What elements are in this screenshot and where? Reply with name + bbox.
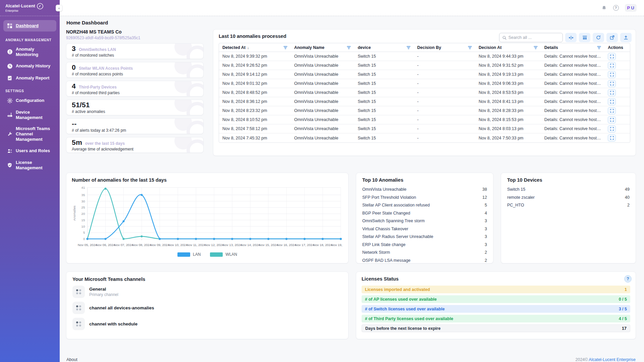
column-header-anomaly-name[interactable]: Anomaly Name <box>291 45 355 50</box>
sidebar-item-license-management[interactable]: License Management <box>3 157 56 173</box>
cell-device: Switch 15 <box>354 99 414 104</box>
expand-details-button[interactable] <box>608 62 616 69</box>
about-link[interactable]: About <box>66 357 77 362</box>
cell-detected-at: Nov 8, 2024 9:39:32 pm <box>219 54 291 59</box>
expand-details-button[interactable] <box>608 53 616 60</box>
column-header-decision-by[interactable]: Decision By <box>414 45 475 50</box>
cell-details: Details: Cannot resolve host addresss ..… <box>541 108 604 113</box>
table-row[interactable]: Nov 8, 2024 8:36:12 pm OmniVista Unreach… <box>219 97 630 106</box>
table-row[interactable]: Nov 8, 2024 8:48:52 pm OmniVista Unreach… <box>219 88 630 97</box>
sidebar-item-dashboard[interactable]: Dashboard <box>3 20 56 32</box>
filter-icon[interactable] <box>407 46 411 49</box>
anomaly-count: 38 <box>482 187 487 192</box>
channel-item[interactable]: General Primary channel <box>72 286 342 298</box>
table-row[interactable]: Nov 8, 2024 9:01:32 pm OmniVista Unreach… <box>219 79 630 88</box>
column-header-device[interactable]: device <box>354 45 414 50</box>
sidebar-item-label: Anomaly Monitoring <box>16 47 53 57</box>
sidebar-item-label: Microsoft Teams Channel Management <box>16 126 53 142</box>
licenses-help-button[interactable]: ? <box>624 275 632 283</box>
cell-device: Switch 15 <box>354 81 414 86</box>
svg-text:41: 41 <box>82 186 85 189</box>
expand-icon <box>610 109 614 113</box>
table-row[interactable]: Nov 8, 2024 7:58:12 pm OmniVista Unreach… <box>219 124 630 133</box>
legend-item[interactable]: WLAN <box>210 252 237 257</box>
expand-details-button[interactable] <box>608 89 616 96</box>
anomaly-count: 12 <box>482 195 487 200</box>
upload-button[interactable] <box>620 33 632 42</box>
copyright-year: 2024© <box>576 357 588 362</box>
stat-sub: Average time of acknowledgement <box>72 147 198 152</box>
open-in-new-button[interactable] <box>606 33 618 42</box>
clock-icon <box>7 63 13 69</box>
stat-value: 5m <box>72 138 82 146</box>
help-icon[interactable]: ? <box>613 5 619 11</box>
legend-item[interactable]: LAN <box>177 252 201 257</box>
cell-anomaly-name: OmniVista Unreachable <box>291 54 355 59</box>
topbar: ? P U <box>60 0 644 16</box>
svg-text:Nov 16, 2024: Nov 16, 2024 <box>277 243 296 247</box>
sidebar-item-anomaly-monitoring[interactable]: Anomaly Monitoring <box>3 44 56 60</box>
expand-details-button[interactable] <box>608 107 616 114</box>
user-avatar[interactable]: P U <box>625 4 637 12</box>
svg-text:Nov 10, 2024: Nov 10, 2024 <box>168 243 187 247</box>
cell-device: Switch 15 <box>354 108 414 113</box>
cell-anomaly-name: OmniVista Unreachable <box>291 108 355 113</box>
expand-details-button[interactable] <box>608 125 616 132</box>
filter-icon[interactable] <box>468 46 472 49</box>
copyright: 2024© Alcatel-Lucent Enterprise <box>576 357 636 362</box>
cell-decision-at: Nov 8, 2024 8:15:53 pm <box>475 117 541 122</box>
sidebar-item-users-and-roles[interactable]: Users and Roles <box>3 145 56 157</box>
license-label: Days before the next license to expire <box>365 326 440 331</box>
company-link[interactable]: Alcatel-Lucent Enterprise <box>589 357 636 362</box>
sidebar-collapse-button[interactable] <box>56 5 62 11</box>
column-header-decision-at[interactable]: Decision At <box>475 45 541 50</box>
sidebar-item-device-management[interactable]: Device Management <box>3 107 56 123</box>
table-row[interactable]: Nov 8, 2024 8:23:32 pm OmniVista Unreach… <box>219 106 630 115</box>
expand-details-button[interactable] <box>608 116 616 123</box>
cell-decision-by: - <box>414 108 475 113</box>
sidebar-item-anomaly-history[interactable]: Anomaly History <box>3 60 56 72</box>
sidebar-item-configuration[interactable]: Configuration <box>3 95 56 106</box>
cell-details: Details: Cannot resolve host addresss ..… <box>541 63 604 68</box>
channel-item[interactable]: channel with schedule <box>72 318 342 330</box>
expand-details-button[interactable] <box>608 80 616 87</box>
columns-button[interactable] <box>579 33 590 42</box>
device-icon <box>7 112 13 118</box>
license-row: # of Switch licenses used over available… <box>362 305 630 313</box>
svg-text:Nov 19, 2024: Nov 19, 2024 <box>331 243 343 247</box>
svg-text:Nov 14, 2024: Nov 14, 2024 <box>240 243 260 247</box>
fit-columns-button[interactable] <box>565 33 577 42</box>
table-row[interactable]: Nov 8, 2024 9:39:32 pm OmniVista Unreach… <box>219 52 630 61</box>
stat-card-switches: 3OmniSwitches LAN # of monitored switche… <box>66 43 204 59</box>
legend-label: WLAN <box>225 252 237 257</box>
table-row[interactable]: Nov 8, 2024 9:26:52 pm OmniVista Unreach… <box>219 61 630 70</box>
sidebar-item-anomaly-report[interactable]: Anomaly Report <box>3 72 56 84</box>
table-row[interactable]: Nov 8, 2024 8:10:52 pm OmniVista Unreach… <box>219 115 630 124</box>
filter-icon[interactable] <box>347 46 351 49</box>
table-row[interactable]: Nov 8, 2024 7:45:32 pm OmniVista Unreach… <box>219 133 630 142</box>
expand-details-button[interactable] <box>608 98 616 105</box>
expand-details-button[interactable] <box>608 134 616 141</box>
sidebar-item-teams-channel-management[interactable]: Microsoft Teams Channel Management <box>3 123 56 144</box>
cell-device: Switch 15 <box>354 117 414 122</box>
filter-icon[interactable] <box>283 46 287 49</box>
table-row[interactable]: Nov 8, 2024 9:14:12 pm OmniVista Unreach… <box>219 70 630 79</box>
svg-text:25: 25 <box>82 205 85 209</box>
search-input[interactable] <box>508 35 559 40</box>
top-anomalies-card: Top 10 Anomalies OmniVista Unreachable 3… <box>356 173 493 263</box>
column-header-details[interactable]: Details <box>541 45 604 50</box>
cell-details: Details: Cannot resolve host addresss ..… <box>541 90 604 95</box>
column-header-detected-at[interactable]: Detected At <box>219 45 291 50</box>
table-header-row: Detected At Anomaly Name device Decision… <box>219 43 630 52</box>
stat-card-ack-time: 5mover the last 15 days Average time of … <box>66 137 204 153</box>
cell-decision-by: - <box>414 99 475 104</box>
channel-item[interactable]: channel all devices-anomalies <box>72 302 342 314</box>
notifications-bell-icon[interactable] <box>601 5 607 11</box>
filter-icon[interactable] <box>597 46 601 49</box>
svg-text:Nov 09, 2024: Nov 09, 2024 <box>150 243 169 247</box>
filter-icon[interactable] <box>534 46 538 49</box>
refresh-button[interactable] <box>593 33 604 42</box>
sidebar-item-label: Device Management <box>16 110 53 120</box>
expand-details-button[interactable] <box>608 71 616 78</box>
cell-decision-at: Nov 8, 2024 9:31:52 pm <box>475 63 541 68</box>
